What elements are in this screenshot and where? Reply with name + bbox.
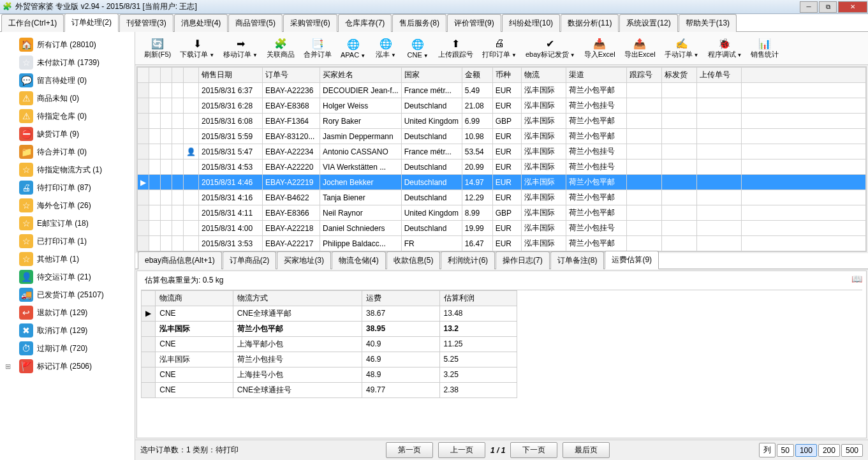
- ship-header[interactable]: 估算利润: [439, 290, 517, 306]
- detail-tab[interactable]: 买家地址(3): [277, 251, 331, 269]
- toolbar-button[interactable]: 📥导入Excel: [580, 36, 619, 61]
- sidebar-item[interactable]: ☆E邮宝订单 (18): [0, 214, 135, 232]
- sidebar-item[interactable]: 🖨待打印订单 (87): [0, 179, 135, 197]
- tab-order[interactable]: 订单处理(2): [64, 13, 119, 32]
- tab-analytics[interactable]: 数据分析(11): [561, 14, 619, 32]
- tab-review[interactable]: 评价管理(9): [447, 14, 501, 32]
- grid-header[interactable]: [184, 68, 199, 83]
- toolbar-button[interactable]: 🐞程序调试▼: [704, 36, 746, 61]
- grid-header[interactable]: 销售日期: [199, 68, 263, 83]
- close-button[interactable]: ✕: [838, 1, 867, 13]
- table-row[interactable]: 2015/8/31 4:11EBAY-E8366Neil RaynorUnite…: [138, 205, 866, 221]
- table-row[interactable]: 2015/8/31 6:08EBAY-F1364Rory BakerUnited…: [138, 114, 866, 129]
- ship-row[interactable]: CNECNE全球通挂号49.772.38: [142, 382, 517, 397]
- detail-tab[interactable]: 操作日志(7): [496, 251, 550, 269]
- grid-header[interactable]: 上传单号: [696, 68, 741, 83]
- col-button[interactable]: 列: [759, 443, 776, 457]
- toolbar-button[interactable]: ⬆上传跟踪号: [434, 36, 477, 61]
- sidebar-item[interactable]: 💬留言待处理 (0): [0, 71, 135, 89]
- tab-after[interactable]: 售后服务(8): [392, 14, 446, 32]
- table-row[interactable]: 2015/8/31 4:00EBAY-A22218Daniel Schniede…: [138, 221, 866, 236]
- tab-settings[interactable]: 系统设置(12): [619, 14, 677, 32]
- toolbar-button[interactable]: ➡移动订单▼: [219, 36, 261, 61]
- toolbar-button[interactable]: ⬇下载订单▼: [176, 36, 218, 61]
- table-row[interactable]: 2015/8/31 3:53EBAY-A22217Philippe Baldac…: [138, 236, 866, 251]
- tab-msg[interactable]: 消息处理(4): [174, 14, 228, 32]
- table-row[interactable]: ▶2015/8/31 4:46EBAY-A22219Jochen BekkerD…: [138, 175, 866, 190]
- prev-page-button[interactable]: 上一页: [438, 442, 485, 458]
- ship-row[interactable]: CNE上海平邮小包40.911.25: [142, 336, 517, 352]
- pagesize-100[interactable]: 100: [795, 444, 817, 457]
- toolbar-button[interactable]: 📊销售统计: [747, 36, 783, 61]
- ship-row[interactable]: CNE上海挂号小包48.93.25: [142, 367, 517, 382]
- pagesize-200[interactable]: 200: [818, 444, 840, 457]
- sidebar-item[interactable]: ☆待指定物流方式 (1): [0, 161, 135, 179]
- tab-stock[interactable]: 仓库库存(7): [338, 14, 392, 32]
- toolbar-button[interactable]: 📤导出Excel: [621, 36, 659, 61]
- ship-header[interactable]: 运费: [362, 290, 439, 306]
- detail-tab[interactable]: ebay商品信息(Alt+1): [138, 251, 222, 269]
- grid-header[interactable]: 国家: [401, 68, 462, 83]
- tab-purchase[interactable]: 采购管理(6): [283, 14, 337, 32]
- detail-tab[interactable]: 订单备注(8): [550, 251, 605, 269]
- toolbar-button[interactable]: 🌐APAC▼: [337, 37, 369, 60]
- sidebar-item[interactable]: ⚠待指定仓库 (0): [0, 107, 135, 125]
- table-row[interactable]: 2015/8/31 6:28EBAY-E8368Holger WeissDeut…: [138, 98, 866, 114]
- sidebar-item[interactable]: ⏱过期订单 (720): [0, 339, 135, 357]
- orders-grid-wrap[interactable]: 📖 销售日期订单号买家姓名国家金额币种物流渠道跟踪号标发货上传单号2015/8/…: [136, 66, 867, 252]
- grid-header[interactable]: [161, 68, 172, 83]
- toolbar-button[interactable]: 🌐泓丰▼: [371, 36, 401, 61]
- toolbar-button[interactable]: 🖨打印订单▼: [478, 36, 520, 61]
- detail-tab[interactable]: 利润统计(6): [441, 251, 495, 269]
- sidebar-item[interactable]: ☆海外仓订单 (26): [0, 197, 135, 214]
- sidebar-item[interactable]: ⛔缺货订单 (9): [0, 125, 135, 143]
- panel-options-icon[interactable]: 📖: [851, 274, 862, 284]
- table-row[interactable]: 2015/8/31 5:59EBAY-83120...Jasmin Depper…: [138, 129, 866, 144]
- grid-header[interactable]: 订单号: [263, 68, 320, 83]
- tab-product[interactable]: 商品管理(5): [228, 14, 283, 32]
- sidebar-item[interactable]: ☆已打印订单 (1): [0, 232, 135, 250]
- sidebar-item[interactable]: 👤待交运订单 (21): [0, 268, 135, 286]
- toolbar-button[interactable]: 📑合并订单: [300, 36, 335, 61]
- last-page-button[interactable]: 最后页: [563, 442, 610, 458]
- toolbar-button[interactable]: ✍手动订单▼: [661, 36, 703, 61]
- ship-row[interactable]: 泓丰国际荷兰小包平邮38.9513.2: [142, 321, 517, 336]
- detail-tab[interactable]: 运费估算(9): [605, 251, 659, 269]
- ship-header[interactable]: 物流方式: [233, 290, 362, 306]
- next-page-button[interactable]: 下一页: [510, 442, 557, 458]
- table-row[interactable]: 2015/8/31 4:16EBAY-B4622Tanja BienerDeut…: [138, 190, 866, 205]
- table-row[interactable]: 2015/8/31 4:53EBAY-A22220VIA Werkstätten…: [138, 160, 866, 175]
- grid-header[interactable]: [149, 68, 161, 83]
- grid-header[interactable]: 金额: [462, 68, 492, 83]
- toolbar-button[interactable]: 🧩关联商品: [263, 36, 298, 61]
- grid-header[interactable]: 渠道: [566, 68, 626, 83]
- grid-header[interactable]: 物流: [521, 68, 566, 83]
- minimize-button[interactable]: ─: [800, 1, 818, 13]
- sidebar-item[interactable]: 📁待合并订单 (0): [0, 143, 135, 161]
- sidebar-item[interactable]: 🚚已发货订单 (25107): [0, 286, 135, 304]
- ship-row[interactable]: 泓丰国际荷兰小包挂号46.95.25: [142, 352, 517, 367]
- table-row[interactable]: 👤2015/8/31 5:47EBAY-A22234Antonio CASSAN…: [138, 144, 866, 160]
- tab-listing[interactable]: 刊登管理(3): [119, 14, 173, 32]
- maximize-button[interactable]: ⧉: [819, 1, 837, 13]
- toolbar-button[interactable]: 🌐CNE▼: [402, 37, 433, 60]
- ship-row[interactable]: ▶CNECNE全球通平邮38.6713.48: [142, 306, 517, 321]
- tab-dispute[interactable]: 纠纷处理(10): [502, 14, 560, 32]
- table-row[interactable]: 2015/8/31 6:37EBAY-A22236DECOUDIER Jean-…: [138, 83, 866, 98]
- ship-header[interactable]: 物流商: [156, 290, 233, 306]
- grid-header[interactable]: 币种: [492, 68, 521, 83]
- grid-header[interactable]: 跟踪号: [626, 68, 661, 83]
- first-page-button[interactable]: 第一页: [386, 442, 433, 458]
- sidebar-item[interactable]: ⚠商品未知 (0): [0, 89, 135, 107]
- sidebar-item[interactable]: ✖取消订单 (129): [0, 322, 135, 339]
- grid-header[interactable]: [138, 68, 149, 83]
- grid-header[interactable]: 标发货: [661, 68, 696, 83]
- toolbar-button[interactable]: 🔄刷新(F5): [140, 36, 175, 61]
- grid-header[interactable]: 买家姓名: [320, 68, 402, 83]
- detail-tab[interactable]: 订单商品(2): [223, 251, 277, 269]
- detail-tab[interactable]: 物流仓储(4): [332, 251, 386, 269]
- sidebar-item[interactable]: 🏠所有订单 (28010): [0, 36, 135, 54]
- tab-help[interactable]: 帮助关于(13): [679, 14, 737, 32]
- detail-tab[interactable]: 收款信息(5): [386, 251, 441, 269]
- sidebar-item[interactable]: ☆其他订单 (1): [0, 250, 135, 268]
